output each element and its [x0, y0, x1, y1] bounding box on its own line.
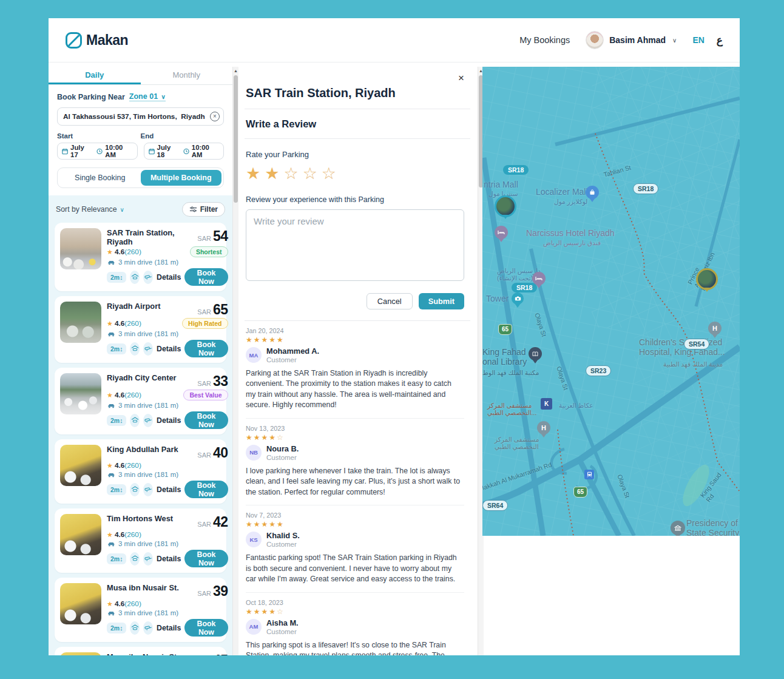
book-now-button[interactable]: Book Now [184, 550, 228, 567]
filter-button[interactable]: Filter [182, 202, 225, 217]
cancel-button[interactable]: Cancel [367, 293, 413, 309]
end-datetime-field[interactable]: July 18 10:00 AM [144, 143, 225, 160]
filled-stars[interactable]: ★★ [246, 164, 283, 183]
zone-dropdown[interactable]: Zone 01 ∨ [129, 92, 166, 101]
height-arrow-icon: ↕ [120, 486, 123, 493]
height-arrow-icon: ↕ [120, 555, 123, 562]
star-icon: ★ [107, 531, 113, 539]
sidebar-scrollbar[interactable]: ▲ [232, 67, 238, 655]
search-sidebar: Daily Monthly Book Parking Near Zone 01 … [49, 67, 232, 655]
review-date: Nov 13, 2023 [246, 425, 464, 432]
multiple-booking-button[interactable]: Multiple Booking [141, 170, 222, 186]
cctv-icon [143, 342, 153, 356]
library-book-marker-icon[interactable] [529, 347, 542, 360]
restaurant-photo-marker[interactable] [696, 268, 718, 290]
rating-star-widget[interactable]: ★★☆☆☆ [246, 164, 464, 183]
user-menu[interactable]: Basim Ahmad ∨ [586, 31, 677, 49]
submit-button[interactable]: Submit [419, 293, 464, 309]
hotel-bed-marker-icon[interactable] [532, 272, 546, 285]
map[interactable]: SR18ntria Mallسنتريا مولLocalizer Mallلو… [482, 67, 740, 536]
drive-distance: 3 min drive (181 m) [118, 330, 178, 337]
tab-daily[interactable]: Daily [49, 67, 141, 84]
map-column: SR18ntria Mallسنتريا مولLocalizer Mallلو… [482, 67, 740, 536]
makan-logo[interactable]: Makan [66, 32, 128, 49]
parking-card[interactable]: Riyadh City Center SAR33 ★4.6(260) Best … [55, 368, 226, 434]
details-link[interactable]: Details [157, 485, 181, 494]
user-avatar [586, 31, 604, 49]
reviewer-name: Noura B. [266, 444, 299, 453]
chevron-down-icon: ∨ [120, 206, 124, 213]
brand-k-marker-icon[interactable]: K [541, 398, 552, 410]
start-datetime-field[interactable]: July 17 10:00 AM [57, 143, 138, 160]
details-link[interactable]: Details [157, 555, 181, 563]
reviewer-avatar: AM [246, 619, 262, 635]
shopping-mall-marker-icon[interactable] [586, 186, 599, 199]
car-icon [107, 472, 115, 478]
makan-logo-icon [66, 32, 82, 49]
reviewer-role: Customer [266, 541, 300, 548]
language-ar-button[interactable]: ع [717, 34, 723, 47]
booking-mode-toggle: Single Booking Multiple Booking [57, 167, 224, 188]
details-link[interactable]: Details [157, 624, 181, 632]
review-date: Jan 20, 2024 [246, 327, 464, 334]
write-review-heading: Write a Review [246, 118, 464, 130]
reviewer-name: Mohammed A. [266, 346, 319, 356]
height-arrow-icon: ↕ [120, 274, 123, 281]
bus-transit-icon[interactable] [584, 470, 594, 479]
book-now-button[interactable]: Book Now [184, 411, 228, 429]
rating-value: 4.6 [115, 319, 124, 328]
empty-stars[interactable]: ☆☆☆ [283, 164, 340, 183]
poi-label-childrens-hospital-ar: مدينة الملك فهد الطبية [663, 360, 723, 368]
review-textarea[interactable] [246, 209, 464, 281]
hospital-marker-icon[interactable]: H [708, 322, 721, 335]
currency-label: SAR [197, 308, 211, 316]
poi-label-specialized-medical-ar: مستشفى المركز التخصصي الطبي... [487, 402, 536, 416]
parking-photo-marker[interactable] [495, 195, 516, 217]
chevron-down-icon: ∨ [161, 93, 166, 100]
calendar-icon [62, 148, 68, 155]
poi-label-king-fahad-library-ar: مكتبة الملك فهد الوط [482, 369, 539, 376]
star-icon: ★ [107, 600, 113, 608]
scroll-up-icon[interactable]: ▲ [233, 67, 238, 73]
clock-icon [96, 148, 103, 155]
start-label: Start [57, 132, 141, 140]
poi-label-tower: Tower [486, 294, 509, 303]
book-now-button[interactable]: Book Now [184, 340, 228, 357]
hospital-marker-icon[interactable]: H [537, 421, 550, 434]
single-booking-button[interactable]: Single Booking [59, 170, 141, 186]
start-date: July 17 [70, 144, 92, 158]
parking-card[interactable]: Musa ibn Nusair St. SAR45 ★4.6(260) 3 mi… [55, 647, 226, 655]
scrollbar-thumb[interactable] [234, 75, 238, 203]
parking-card[interactable]: Musa ibn Nusair St. SAR39 ★4.6(260) 3 mi… [55, 578, 226, 642]
my-bookings-link[interactable]: My Bookings [519, 35, 570, 45]
cctv-icon [143, 414, 153, 427]
sort-dropdown[interactable]: Sort by Relevance [56, 205, 117, 214]
parking-card[interactable]: Riyadh Airport SAR65 ★4.6(260) High Rate… [55, 296, 226, 363]
book-now-button[interactable]: Book Now [184, 619, 228, 637]
book-now-button[interactable]: Book Now [184, 481, 228, 498]
review-count: (260) [124, 600, 141, 608]
review-item: Nov 13, 2023 ★★★★☆ NB Noura B. Customer … [246, 419, 464, 505]
parking-card[interactable]: King Abdullah Park SAR40 ★4.6(260) 3 min… [55, 439, 226, 504]
details-link[interactable]: Details [157, 345, 181, 353]
review-text: Parking at the SAR Train Station in Riya… [246, 368, 462, 411]
review-date: Oct 18, 2023 [246, 599, 464, 606]
tab-monthly[interactable]: Monthly [141, 67, 233, 84]
camera-marker-icon[interactable] [512, 292, 524, 305]
parking-photo [60, 302, 101, 343]
address-input[interactable] [57, 107, 224, 126]
language-en-button[interactable]: EN [692, 35, 704, 45]
poi-label-specialized-medical-2-ar: مستشفى المركز التخصصي الطبي [495, 436, 539, 450]
parking-card[interactable]: SAR Train Station, Riyadh SAR54 ★4.6(260… [55, 223, 226, 291]
book-now-button[interactable]: Book Now [184, 268, 228, 286]
government-building-marker-icon[interactable] [671, 521, 685, 535]
parking-price: 42 [213, 514, 228, 530]
clear-address-icon[interactable]: × [210, 112, 220, 121]
parking-card[interactable]: Tim Hortons West SAR42 ★4.6(260) 3 min d… [55, 508, 226, 573]
review-item: Oct 18, 2023 ★★★★☆ AM Aisha M. Customer … [246, 593, 464, 655]
hotel-bed-marker-icon[interactable] [495, 226, 508, 239]
close-icon[interactable]: × [458, 74, 464, 83]
details-link[interactable]: Details [157, 416, 181, 425]
poi-label-localizer-mall-ar: لوكلايزر مول [554, 198, 587, 205]
details-link[interactable]: Details [157, 273, 181, 282]
